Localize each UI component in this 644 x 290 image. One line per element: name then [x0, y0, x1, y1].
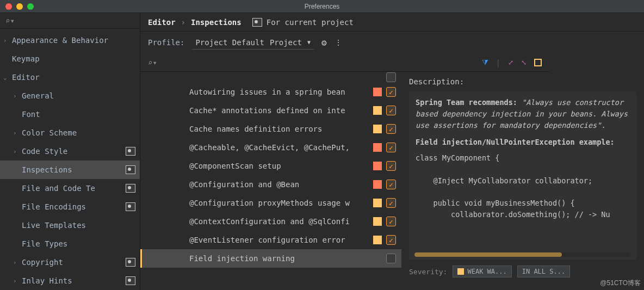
inspection-row[interactable]: @EventListener configuration error	[140, 231, 401, 249]
sidebar-item-keymap[interactable]: Keymap	[0, 50, 140, 68]
zoom-icon[interactable]	[27, 3, 34, 10]
project-icon	[126, 165, 135, 174]
sidebar-item-live-templates[interactable]: Live Templates	[0, 216, 140, 235]
inspection-row[interactable]: Field injection warning	[140, 249, 401, 268]
chevron-icon: ›	[13, 148, 17, 155]
checkbox[interactable]	[386, 72, 396, 82]
severity-selector[interactable]: WEAK WA...	[453, 266, 511, 277]
severity-swatch	[373, 106, 382, 115]
severity-swatch	[373, 217, 382, 226]
chevron-icon: ›	[13, 277, 17, 285]
sidebar-search[interactable]: ⌕▾	[0, 13, 140, 29]
inspection-label: Autowiring issues in a spring bean	[189, 88, 373, 96]
severity-swatch	[373, 143, 382, 152]
sidebar-item-font[interactable]: Font	[0, 105, 140, 124]
minimize-icon[interactable]	[16, 3, 23, 10]
crumb-editor: Editor	[148, 18, 176, 27]
chevron-icon: ⌄	[3, 74, 7, 81]
checkbox[interactable]	[386, 124, 396, 134]
inspection-row[interactable]: @ContextConfiguration and @SqlConfi	[140, 212, 401, 231]
inspection-row[interactable]: @ComponentScan setup	[140, 157, 401, 175]
inspection-label: @Configuration and @Bean	[189, 180, 373, 189]
inspection-row[interactable]: Autowiring issues in a spring bean	[140, 83, 401, 101]
toggle-icon[interactable]	[534, 59, 542, 66]
profile-selector[interactable]: Project Default Project ▼	[192, 36, 313, 50]
severity-swatch	[457, 268, 464, 275]
checkbox[interactable]	[386, 235, 396, 245]
sidebar-item-copyright[interactable]: ›Copyright	[0, 253, 140, 272]
sidebar-item-label: Keymap	[12, 54, 40, 63]
watermark: @51CTO博客	[600, 279, 641, 288]
severity-bar: Severity: WEAK WA... IN ALL S...	[409, 266, 636, 277]
profile-label: Profile:	[148, 38, 184, 47]
sidebar-item-appearance-behavior[interactable]: ›Appearance & Behavior	[0, 31, 140, 50]
sidebar-item-color-scheme[interactable]: ›Color Scheme	[0, 124, 140, 142]
checkbox[interactable]	[386, 161, 396, 171]
for-project-label: For current project	[267, 18, 354, 27]
window-title: Preferences	[305, 3, 340, 10]
close-icon[interactable]	[5, 3, 12, 10]
example-title: Field injection/NullPointerException exa…	[416, 138, 615, 146]
checkbox[interactable]	[386, 254, 396, 263]
chevron-icon: ›	[13, 259, 17, 266]
checkbox[interactable]	[386, 180, 396, 189]
inspection-row[interactable]: Cache names definition errors	[140, 120, 401, 138]
inspection-list[interactable]: Autowiring issues in a spring beanCache*…	[140, 72, 401, 290]
chevron-right-icon: ›	[181, 18, 185, 27]
chevron-icon: ›	[13, 92, 17, 100]
sidebar-item-file-and-code-templates[interactable]: File and Code Te	[0, 179, 140, 198]
sidebar-item-label: General	[22, 91, 54, 100]
inspection-label: @EventListener configuration error	[189, 236, 373, 244]
sidebar-item-file-encodings[interactable]: File Encodings	[0, 198, 140, 216]
checkbox[interactable]	[386, 198, 396, 208]
project-icon	[126, 258, 135, 267]
breadcrumb: Editor › Inspections For current project	[140, 13, 644, 32]
sidebar-item-label: Font	[22, 110, 40, 119]
filter-icon[interactable]: ⧩	[482, 58, 488, 67]
description-body: Spring Team recommends: "Always use cons…	[409, 91, 636, 260]
search-icon[interactable]: ⌕▾	[148, 58, 157, 67]
inspection-toolbar: ⌕▾ ⧩ | ⤢ ⤡	[140, 53, 549, 72]
gear-icon[interactable]: ⚙	[321, 38, 327, 48]
sidebar-item-label: Copyright	[22, 258, 63, 267]
inspection-label: @ContextConfiguration and @SqlConfi	[189, 217, 373, 226]
h-scrollbar[interactable]	[414, 252, 631, 257]
inspection-row[interactable]: @Configuration and @Bean	[140, 175, 401, 194]
inspection-row[interactable]: Cache* annotations defined on inte	[140, 101, 401, 120]
code-block: class MyComponent { @Inject MyCollaborat…	[416, 152, 630, 221]
crumb-inspections: Inspections	[191, 18, 242, 27]
checkbox[interactable]	[386, 217, 396, 226]
project-icon	[252, 18, 262, 27]
checkbox[interactable]	[386, 106, 396, 115]
sidebar-item-file-types[interactable]: File Types	[0, 235, 140, 253]
inspection-label: @Configuration proxyMethods usage w	[189, 199, 373, 207]
sidebar-item-inspections[interactable]: Inspections	[0, 161, 140, 179]
sidebar-item-inlay-hints[interactable]: ›Inlay Hints	[0, 272, 140, 290]
sidebar-item-label: File Encodings	[22, 202, 86, 211]
sidebar-item-label: Appearance & Behavior	[12, 36, 108, 45]
more-icon[interactable]: ⋮	[335, 38, 343, 47]
checkbox[interactable]	[386, 143, 396, 152]
sidebar-item-label: Live Templates	[22, 221, 86, 230]
inspection-label: Cache* annotations defined on inte	[189, 106, 373, 115]
project-icon	[126, 276, 135, 285]
severity-swatch	[373, 125, 382, 133]
inspection-row[interactable]: @Cacheable, @CacheEvict, @CachePut,	[140, 138, 401, 157]
severity-swatch	[373, 180, 382, 189]
profile-scope: Project	[270, 38, 302, 47]
scope-selector[interactable]: IN ALL S...	[517, 266, 570, 277]
inspection-row[interactable]: @Configuration proxyMethods usage w	[140, 194, 401, 212]
collapse-all-icon[interactable]: ⤡	[521, 59, 527, 66]
sidebar-item-label: Code Style	[22, 147, 67, 156]
expand-all-icon[interactable]: ⤢	[508, 59, 513, 66]
recommends-label: Spring Team recommends:	[416, 98, 517, 107]
sidebar-item-label: Editor	[12, 73, 40, 82]
checkbox[interactable]	[386, 87, 396, 97]
window-controls[interactable]	[5, 3, 34, 10]
severity-swatch	[373, 236, 382, 244]
sidebar-item-editor[interactable]: ⌄Editor	[0, 68, 140, 87]
sidebar-item-general[interactable]: ›General	[0, 87, 140, 105]
settings-sidebar: ⌕▾ ›Appearance & BehaviorKeymap⌄Editor›G…	[0, 13, 140, 290]
severity-swatch	[373, 88, 382, 96]
sidebar-item-code-style[interactable]: ›Code Style	[0, 142, 140, 161]
